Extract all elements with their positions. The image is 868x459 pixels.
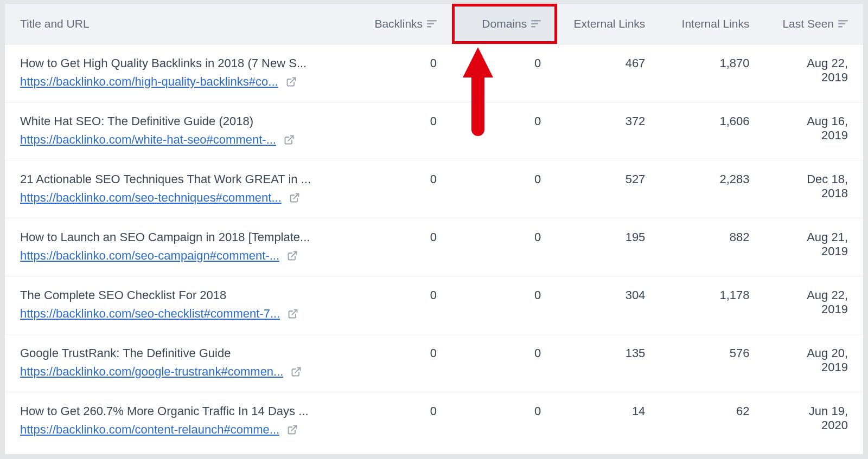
svg-line-13 [292,309,297,314]
cell-title-url: White Hat SEO: The Definitive Guide (201… [5,102,348,160]
cell-backlinks: 0 [348,334,452,392]
cell-backlinks: 0 [348,276,452,334]
page-title-text[interactable]: White Hat SEO: The Definitive Guide (201… [20,114,333,128]
col-header-title[interactable]: Title and URL [5,4,348,44]
col-header-last_seen[interactable]: Last Seen [765,4,864,44]
page-title-text[interactable]: The Complete SEO Checklist For 2018 [20,288,333,302]
table-row: How to Launch an SEO Campaign in 2018 [T… [5,218,863,276]
table-row: How to Get 260.7% More Organic Traffic I… [5,392,863,450]
svg-rect-1 [427,23,434,24]
external-link-icon[interactable] [287,424,298,435]
svg-rect-6 [838,20,848,21]
page-url-link[interactable]: https://backlinko.com/high-quality-backl… [20,75,278,89]
svg-rect-2 [427,26,431,27]
results-table-panel: Title and URLBacklinksDomainsExternal Li… [4,3,864,455]
page-title-text[interactable]: Google TrustRank: The Definitive Guide [20,346,333,360]
table-row: Google TrustRank: The Definitive Guideht… [5,334,863,392]
page-title-text[interactable]: How to Get High Quality Backlinks in 201… [20,56,333,70]
svg-rect-7 [838,23,845,24]
cell-domains: 0 [452,334,556,392]
cell-backlinks: 0 [348,44,452,102]
cell-internal_links: 1,606 [660,102,764,160]
svg-line-15 [291,425,296,430]
cell-external_links: 195 [556,218,660,276]
svg-rect-0 [427,20,437,21]
cell-external_links: 372 [556,102,660,160]
table-header-row: Title and URLBacklinksDomainsExternal Li… [5,4,863,44]
cell-backlinks: 0 [348,218,452,276]
page-title-text[interactable]: How to Get 260.7% More Organic Traffic I… [20,404,333,418]
col-header-backlinks[interactable]: Backlinks [348,4,452,44]
external-link-icon[interactable] [289,192,300,203]
cell-backlinks: 0 [348,102,452,160]
col-header-external_links[interactable]: External Links [556,4,660,44]
page-url-link[interactable]: https://backlinko.com/white-hat-seo#comm… [20,133,276,147]
svg-line-14 [296,367,301,372]
svg-rect-5 [531,26,535,27]
page-url-link[interactable]: https://backlinko.com/seo-campaign#comme… [20,249,279,263]
col-header-label: Backlinks [374,17,423,30]
cell-domains: 0 [452,44,556,102]
external-link-icon[interactable] [288,308,298,319]
col-header-label: Internal Links [682,17,750,30]
cell-domains: 0 [452,160,556,218]
cell-last_seen: Jun 19, 2020 [765,392,864,450]
external-link-icon[interactable] [287,250,298,261]
table-row: 21 Actionable SEO Techniques That Work G… [5,160,863,218]
cell-domains: 0 [452,392,556,450]
page-title-text[interactable]: 21 Actionable SEO Techniques That Work G… [20,172,333,186]
cell-external_links: 304 [556,276,660,334]
cell-last_seen: Aug 22, 2019 [765,44,864,102]
col-header-label: External Links [573,17,645,30]
svg-line-10 [288,135,293,140]
cell-internal_links: 576 [660,334,764,392]
cell-last_seen: Aug 22, 2019 [765,276,864,334]
cell-title-url: How to Launch an SEO Campaign in 2018 [T… [5,218,348,276]
cell-title-url: The Complete SEO Checklist For 2018https… [5,276,348,334]
external-link-icon[interactable] [286,76,297,87]
cell-internal_links: 2,283 [660,160,764,218]
external-link-icon[interactable] [284,134,295,145]
sort-icon [531,20,541,28]
table-row: White Hat SEO: The Definitive Guide (201… [5,102,863,160]
page-url-link[interactable]: https://backlinko.com/seo-checklist#comm… [20,307,280,321]
svg-rect-3 [531,20,541,21]
external-link-icon[interactable] [291,366,302,377]
cell-external_links: 527 [556,160,660,218]
col-header-domains[interactable]: Domains [452,4,556,44]
cell-domains: 0 [452,102,556,160]
svg-rect-8 [838,26,843,27]
col-header-label: Title and URL [20,17,90,30]
cell-backlinks: 0 [348,392,452,450]
cell-last_seen: Aug 21, 2019 [765,218,864,276]
cell-internal_links: 882 [660,218,764,276]
col-header-label: Domains [482,17,527,30]
cell-title-url: How to Get 260.7% More Organic Traffic I… [5,392,348,450]
col-header-label: Last Seen [782,17,834,30]
table-row: How to Get High Quality Backlinks in 201… [5,44,863,102]
cell-title-url: Google TrustRank: The Definitive Guideht… [5,334,348,392]
page-url-link[interactable]: https://backlinko.com/seo-techniques#com… [20,191,282,205]
cell-domains: 0 [452,218,556,276]
col-header-internal_links[interactable]: Internal Links [660,4,764,44]
cell-external_links: 14 [556,392,660,450]
page-title-text[interactable]: How to Launch an SEO Campaign in 2018 [T… [20,230,333,244]
cell-title-url: 21 Actionable SEO Techniques That Work G… [5,160,348,218]
cell-internal_links: 1,178 [660,276,764,334]
cell-internal_links: 62 [660,392,764,450]
page-url-link[interactable]: https://backlinko.com/content-relaunch#c… [20,423,279,437]
cell-internal_links: 1,870 [660,44,764,102]
cell-last_seen: Dec 18, 2018 [765,160,864,218]
sort-icon [838,20,848,28]
table-row: The Complete SEO Checklist For 2018https… [5,276,863,334]
svg-line-12 [291,251,296,256]
page-url-link[interactable]: https://backlinko.com/google-trustrank#c… [20,365,283,379]
cell-backlinks: 0 [348,160,452,218]
svg-line-9 [290,77,295,82]
cell-external_links: 467 [556,44,660,102]
cell-last_seen: Aug 16, 2019 [765,102,864,160]
cell-title-url: How to Get High Quality Backlinks in 201… [5,44,348,102]
cell-domains: 0 [452,276,556,334]
svg-rect-4 [531,23,538,24]
sort-icon [427,20,437,28]
